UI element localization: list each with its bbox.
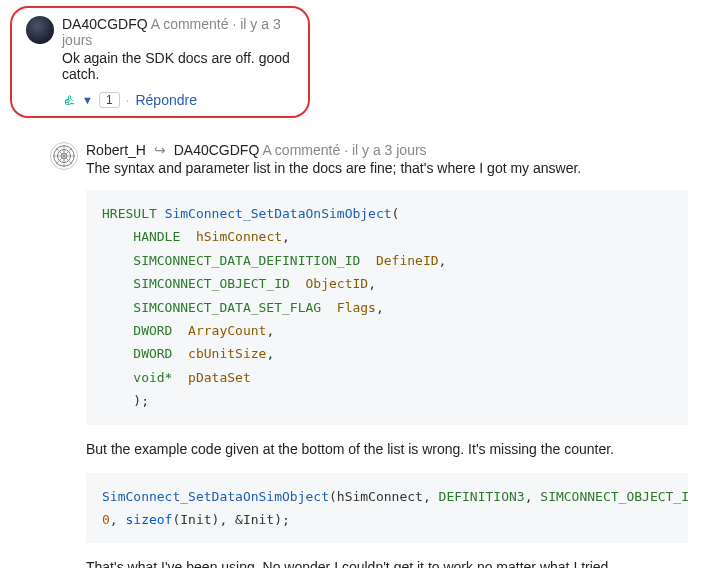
code-token: DWORD xyxy=(133,323,172,338)
code-token: ArrayCount xyxy=(188,323,266,338)
code-token: ); xyxy=(133,393,149,408)
comment-mid-text: But the example code given at the bottom… xyxy=(86,441,688,457)
comment-intro: The syntax and parameter list in the doc… xyxy=(86,160,688,176)
code-token: , xyxy=(110,512,126,527)
code-token: (hSimConnect, xyxy=(329,489,439,504)
action-label: A commenté xyxy=(262,142,340,158)
reply-button[interactable]: Répondre xyxy=(135,92,197,108)
code-token: , xyxy=(439,253,447,268)
comment-actions: 👍︎ ▼ 1 · Répondre xyxy=(62,92,294,108)
comment-meta: DA40CGDFQ A commenté · il y a 3 jours xyxy=(62,16,294,48)
code-token: SimConnect_SetDataOnSimObject xyxy=(165,206,392,221)
reply-arrow-icon: ↪ xyxy=(154,142,166,158)
code-token: 0 xyxy=(102,512,110,527)
thumbs-up-icon[interactable]: 👍︎ xyxy=(62,92,76,108)
highlighted-comment: DA40CGDFQ A commenté · il y a 3 jours Ok… xyxy=(10,6,310,118)
code-token: SIMCONNECT_OBJECT_ID_USER xyxy=(540,489,688,504)
code-token: (Init), &Init); xyxy=(172,512,289,527)
action-label: A commenté xyxy=(151,16,229,32)
code-token: DEFINITION3 xyxy=(439,489,525,504)
code-token: , xyxy=(525,489,541,504)
comment-header: DA40CGDFQ A commenté · il y a 3 jours Ok… xyxy=(26,16,294,108)
code-block-syntax: HRESULT SimConnect_SetDataOnSimObject( H… xyxy=(86,190,688,425)
comment-reply: Robert_H ↪ DA40CGDFQ A commenté · il y a… xyxy=(30,132,708,568)
code-token: cbUnitSize xyxy=(188,346,266,361)
code-token: ( xyxy=(392,206,400,221)
username-link[interactable]: Robert_H xyxy=(86,142,146,158)
code-token: SIMCONNECT_OBJECT_ID xyxy=(133,276,290,291)
reply-to-link[interactable]: DA40CGDFQ xyxy=(174,142,260,158)
code-token: , xyxy=(266,323,274,338)
chevron-down-icon[interactable]: ▼ xyxy=(82,94,93,106)
code-token: SIMCONNECT_DATA_SET_FLAG xyxy=(133,300,321,315)
code-token: , xyxy=(368,276,376,291)
code-token: ObjectID xyxy=(306,276,369,291)
code-token: SimConnect_SetDataOnSimObject xyxy=(102,489,329,504)
code-token: , xyxy=(266,346,274,361)
code-token: pDataSet xyxy=(188,370,251,385)
avatar[interactable] xyxy=(50,142,78,170)
code-token: , xyxy=(376,300,384,315)
timestamp: il y a 3 jours xyxy=(352,142,427,158)
vote-count: 1 xyxy=(99,92,120,108)
code-token: hSimConnect xyxy=(196,229,282,244)
comment-header: Robert_H ↪ DA40CGDFQ A commenté · il y a… xyxy=(50,142,688,176)
comment-text: Ok again the SDK docs are off. good catc… xyxy=(62,50,294,82)
code-token: HRESULT xyxy=(102,206,157,221)
comment-meta: Robert_H ↪ DA40CGDFQ A commenté · il y a… xyxy=(86,142,688,158)
code-token: sizeof xyxy=(125,512,172,527)
comment-after-text: That's what I've been using. No wonder I… xyxy=(86,559,688,568)
code-token: DWORD xyxy=(133,346,172,361)
code-block-example: SimConnect_SetDataOnSimObject(hSimConnec… xyxy=(86,473,688,544)
code-token: void* xyxy=(133,370,172,385)
action-sep: · xyxy=(126,92,130,108)
code-token: Flags xyxy=(337,300,376,315)
code-token: SIMCONNECT_DATA_DEFINITION_ID xyxy=(133,253,360,268)
code-token: , xyxy=(282,229,290,244)
code-token: HANDLE xyxy=(133,229,180,244)
avatar-pattern-icon xyxy=(51,143,77,169)
meta-sep: · xyxy=(344,142,352,158)
code-token: DefineID xyxy=(376,253,439,268)
username-link[interactable]: DA40CGDFQ xyxy=(62,16,148,32)
avatar[interactable] xyxy=(26,16,54,44)
